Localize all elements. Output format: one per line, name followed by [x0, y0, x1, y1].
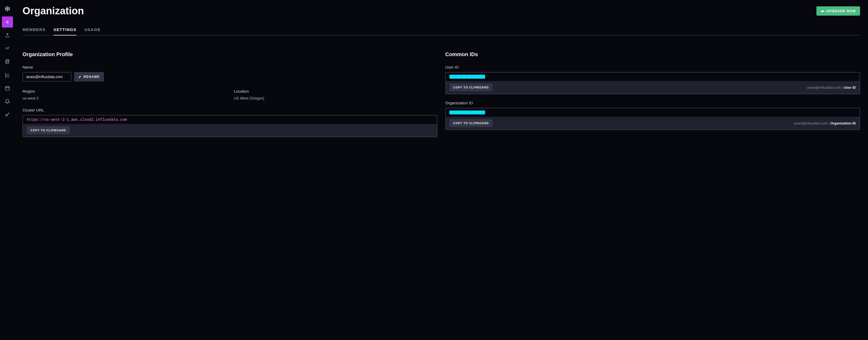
tab-usage[interactable]: USAGE — [85, 27, 100, 35]
name-label: Name — [23, 65, 437, 69]
upgrade-label: UPGRADE NOW — [827, 9, 856, 13]
org-id-value: ████████████████ — [446, 108, 860, 117]
explore-icon[interactable] — [2, 43, 13, 54]
name-input[interactable] — [23, 72, 71, 82]
crown-icon — [820, 9, 824, 13]
org-id-box: ████████████████ COPY TO CLIPBOARD anais… — [445, 108, 860, 130]
profile-title: Organization Profile — [23, 51, 437, 57]
calendar-icon[interactable] — [2, 83, 13, 94]
pencil-icon — [78, 75, 82, 78]
upload-icon[interactable] — [2, 30, 13, 41]
tabs: MEMBERS SETTINGS USAGE — [23, 27, 860, 35]
user-id-label: User ID — [445, 65, 860, 69]
ids-title: Common IDs — [445, 51, 860, 57]
org-letter: a — [6, 20, 8, 24]
region-value: us-west-2 — [23, 96, 226, 101]
cluster-box: https://us-west-2-1.aws.cloud2.influxdat… — [23, 115, 437, 137]
user-id-caption: anais@influxdata.com | User ID — [807, 86, 856, 89]
copy-org-id-button[interactable]: COPY TO CLIPBOARD — [450, 119, 493, 127]
ids-section: Common IDs User ID ████████████████ COPY… — [445, 51, 860, 137]
copy-cluster-button[interactable]: COPY TO CLIPBOARD — [27, 126, 70, 134]
upgrade-button[interactable]: UPGRADE NOW — [816, 6, 860, 16]
notes-icon[interactable] — [2, 56, 13, 67]
svg-point-9 — [5, 114, 7, 116]
cluster-url: https://us-west-2-1.aws.cloud2.influxdat… — [23, 115, 437, 124]
page-title: Organization — [23, 5, 84, 17]
copy-user-id-button[interactable]: COPY TO CLIPBOARD — [450, 83, 493, 91]
graph-icon[interactable] — [2, 69, 13, 81]
bell-icon[interactable] — [2, 96, 13, 107]
cluster-label: Cluster URL — [23, 108, 437, 112]
tab-members[interactable]: MEMBERS — [23, 27, 45, 35]
svg-rect-5 — [5, 87, 9, 90]
key-icon[interactable] — [2, 109, 13, 120]
region-label: Region — [23, 89, 226, 93]
logo-icon[interactable] — [2, 3, 13, 14]
org-icon[interactable]: a — [2, 17, 13, 28]
location-label: Location — [234, 89, 437, 93]
org-id-label: Organization ID — [445, 101, 860, 105]
user-id-box: ████████████████ COPY TO CLIPBOARD anais… — [445, 72, 860, 94]
org-id-caption: anais@influxdata.com | Organization ID — [794, 121, 856, 125]
location-value: US West (Oregon) — [234, 96, 437, 101]
sidebar: a — [0, 0, 14, 340]
main-content: Organization UPGRADE NOW MEMBERS SETTING… — [14, 0, 868, 340]
profile-section: Organization Profile Name RENAME Region … — [23, 51, 437, 137]
rename-button[interactable]: RENAME — [74, 72, 104, 82]
user-id-value: ████████████████ — [446, 73, 860, 81]
rename-label: RENAME — [84, 75, 100, 79]
tab-settings[interactable]: SETTINGS — [54, 27, 76, 35]
